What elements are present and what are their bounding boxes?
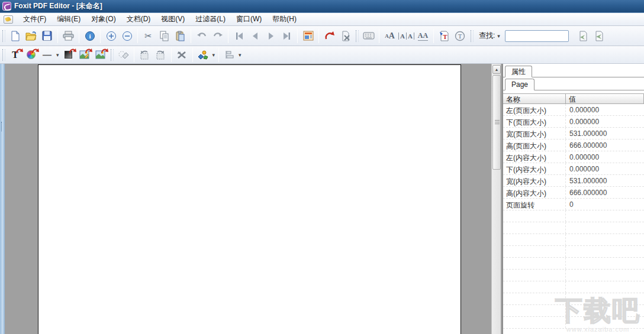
text-mode-button[interactable]: T xyxy=(452,28,468,44)
toolbar-grip[interactable] xyxy=(2,49,5,61)
property-value xyxy=(566,234,644,245)
paste-button[interactable] xyxy=(172,28,188,44)
save-button[interactable] xyxy=(39,28,55,44)
table-row[interactable]: 下(页面大小) 0.000000 xyxy=(503,116,644,128)
table-row[interactable]: 左(内容大小) 0.000000 xyxy=(503,151,644,163)
property-value[interactable]: 0.000000 xyxy=(566,116,644,127)
toolbar-grip[interactable] xyxy=(111,49,114,61)
vertical-scrollbar[interactable]: ▲ xyxy=(491,64,501,334)
menu-edit[interactable]: 编辑(E) xyxy=(51,13,86,25)
menu-object[interactable]: 对象(O) xyxy=(86,13,121,25)
table-row[interactable]: 高(页面大小) 666.000000 xyxy=(503,140,644,151)
property-value[interactable]: 0.000000 xyxy=(566,104,644,115)
tab-page[interactable]: Page xyxy=(505,79,534,90)
object-tools-button[interactable] xyxy=(195,48,211,62)
line-style-button[interactable]: — xyxy=(39,48,55,62)
open-button[interactable] xyxy=(23,28,39,44)
info-button[interactable]: i xyxy=(82,28,98,44)
property-value[interactable]: 0 xyxy=(566,199,644,210)
rotate-page-button[interactable] xyxy=(321,28,337,44)
fill-style-button[interactable] xyxy=(60,48,76,62)
table-row[interactable]: 宽(内容大小) 531.000000 xyxy=(503,175,644,187)
property-value[interactable]: 666.000000 xyxy=(566,140,644,151)
tab-properties[interactable]: 属性 xyxy=(505,66,532,77)
copy-button[interactable] xyxy=(156,28,172,44)
font-size-button[interactable]: AA xyxy=(382,28,398,44)
new-document-button[interactable] xyxy=(7,28,23,44)
empty-table-row[interactable] xyxy=(503,210,644,222)
cut-button[interactable]: ✂ xyxy=(140,28,156,44)
empty-table-row[interactable] xyxy=(503,270,644,281)
property-value[interactable]: 531.000000 xyxy=(566,128,644,139)
property-value xyxy=(566,281,644,293)
insert-text-button[interactable]: T xyxy=(436,28,452,44)
splitter-handle[interactable] xyxy=(1,122,3,131)
empty-table-row[interactable] xyxy=(503,305,644,317)
property-value[interactable]: 0.000000 xyxy=(566,163,644,174)
edit-color-button[interactable] xyxy=(23,48,39,62)
toolbar-grip[interactable] xyxy=(471,30,474,42)
previous-page-button[interactable] xyxy=(247,28,263,44)
char-spacing-button[interactable]: AA xyxy=(398,28,415,44)
align-dropdown-icon[interactable]: ▾ xyxy=(237,52,243,58)
delete-object-button[interactable] xyxy=(174,48,190,62)
find-next-button[interactable] xyxy=(591,28,607,44)
align-objects-button[interactable] xyxy=(221,48,237,62)
add-text-object-button[interactable]: T xyxy=(7,48,23,62)
edit-image-button[interactable] xyxy=(76,48,92,62)
property-value[interactable]: 531.000000 xyxy=(566,175,644,186)
document-menu-icon[interactable] xyxy=(4,15,13,24)
find-previous-button[interactable] xyxy=(575,28,591,44)
zoom-in-button[interactable] xyxy=(103,28,119,44)
replace-image-button[interactable] xyxy=(92,48,108,62)
menu-help[interactable]: 帮助(H) xyxy=(267,13,302,25)
redo-button[interactable] xyxy=(210,28,226,44)
table-row[interactable]: 高(内容大小) 666.000000 xyxy=(503,187,644,199)
menu-view[interactable]: 视图(V) xyxy=(156,13,190,25)
table-row[interactable]: 页面旋转 0 xyxy=(503,199,644,210)
horizontal-scale-button[interactable]: AA xyxy=(415,28,431,44)
next-page-button[interactable] xyxy=(263,28,279,44)
first-page-button[interactable] xyxy=(231,28,247,44)
menu-window[interactable]: 窗口(W) xyxy=(231,13,267,25)
empty-table-row[interactable] xyxy=(503,222,644,234)
find-input[interactable] xyxy=(505,30,569,42)
eraser-button[interactable] xyxy=(115,48,131,62)
empty-grid-rows xyxy=(503,210,644,329)
empty-table-row[interactable] xyxy=(503,293,644,305)
empty-table-row[interactable] xyxy=(503,234,644,246)
page-layout-button[interactable] xyxy=(300,28,316,44)
line-style-dropdown-icon[interactable]: ▾ xyxy=(55,52,60,58)
rotate-selection-left-button[interactable] xyxy=(137,48,153,62)
delete-page-button[interactable] xyxy=(337,28,353,44)
keyboard-button[interactable] xyxy=(360,28,376,44)
undo-button[interactable] xyxy=(194,28,210,44)
find-label: 查找: xyxy=(479,31,495,41)
find-options-dropdown-icon[interactable]: ▾ xyxy=(496,33,501,39)
scroll-up-button[interactable]: ▲ xyxy=(492,65,501,74)
property-name xyxy=(503,317,566,328)
object-tools-dropdown-icon[interactable]: ▾ xyxy=(211,52,217,58)
menu-filter[interactable]: 过滤器(L) xyxy=(190,13,231,25)
empty-table-row[interactable] xyxy=(503,317,644,329)
empty-table-row[interactable] xyxy=(503,258,644,270)
pdf-page[interactable] xyxy=(38,64,461,334)
toolbar-separator xyxy=(379,29,379,43)
scrollbar-thumb[interactable] xyxy=(492,75,501,170)
property-value[interactable]: 0.000000 xyxy=(566,151,644,163)
zoom-out-button[interactable] xyxy=(119,28,135,44)
property-value[interactable]: 666.000000 xyxy=(566,187,644,198)
empty-table-row[interactable] xyxy=(503,281,644,293)
left-panel-splitter[interactable] xyxy=(0,64,5,334)
last-page-button[interactable] xyxy=(279,28,295,44)
menu-document[interactable]: 文档(D) xyxy=(121,13,156,25)
table-row[interactable]: 宽(页面大小) 531.000000 xyxy=(503,128,644,140)
toolbar-grip[interactable] xyxy=(356,30,359,42)
table-row[interactable]: 下(内容大小) 0.000000 xyxy=(503,163,644,175)
toolbar-grip[interactable] xyxy=(2,30,5,42)
table-row[interactable]: 左(页面大小) 0.000000 xyxy=(503,104,644,116)
rotate-selection-right-button[interactable] xyxy=(153,48,169,62)
menu-file[interactable]: 文件(F) xyxy=(18,13,51,25)
print-button[interactable] xyxy=(60,28,76,44)
empty-table-row[interactable] xyxy=(503,246,644,258)
